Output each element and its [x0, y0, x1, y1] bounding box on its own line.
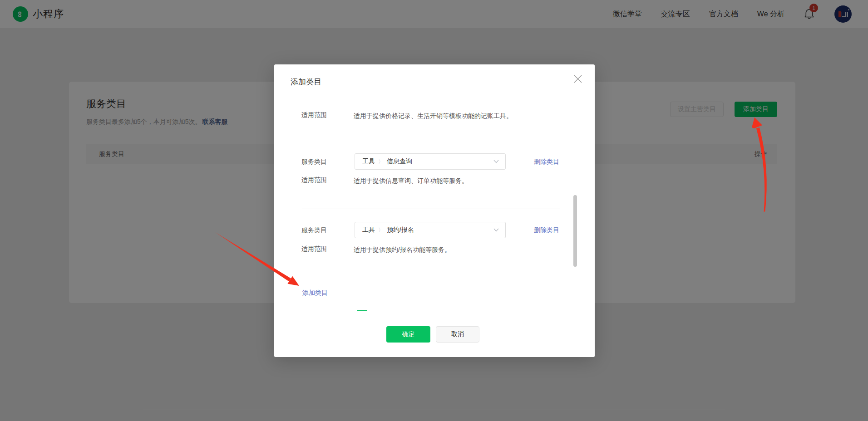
scope-label: 适用范围	[301, 245, 327, 253]
category-child: 信息查询	[387, 157, 412, 166]
add-category-link[interactable]: 添加类目	[302, 289, 328, 297]
divider	[302, 209, 560, 209]
scope-label: 适用范围	[301, 176, 327, 184]
divider	[302, 139, 560, 139]
scope-label: 适用范围	[301, 111, 327, 119]
chevron-down-icon	[493, 160, 499, 163]
category-child: 预约/报名	[387, 226, 414, 234]
chevron-down-icon	[493, 228, 499, 232]
scope-text: 适用于提供价格记录、生活开销等模板功能的记账工具。	[354, 111, 513, 120]
confirm-button[interactable]: 确定	[386, 326, 430, 343]
breadcrumb-separator: 〉	[378, 226, 384, 234]
delete-category-link[interactable]: 删除类目	[534, 226, 559, 235]
cancel-button[interactable]: 取消	[436, 326, 479, 343]
add-category-modal: 添加类目 适用范围 适用于提供价格记录、生活开销等模板功能的记账工具。 服务类目…	[274, 64, 595, 357]
screen: ∞ 小程序 微信学堂 交流专区 官方文档 We 分析 1	[0, 0, 868, 421]
green-dash	[357, 310, 367, 311]
scope-text: 适用于提供信息查询、订单功能等服务。	[354, 176, 468, 185]
category-select[interactable]: 工具 〉 预约/报名	[355, 222, 506, 238]
modal-scrollbar-thumb[interactable]	[573, 195, 577, 267]
category-parent: 工具	[362, 157, 375, 166]
category-parent: 工具	[362, 226, 375, 234]
close-icon	[572, 73, 583, 84]
category-label: 服务类目	[301, 226, 327, 235]
category-select[interactable]: 工具 〉 信息查询	[355, 153, 506, 170]
scope-text: 适用于提供预约/报名功能等服务。	[354, 245, 451, 254]
modal-close-button[interactable]	[572, 73, 584, 85]
category-select-value: 工具 〉 预约/报名	[362, 226, 493, 234]
category-select-value: 工具 〉 信息查询	[362, 157, 493, 166]
category-label: 服务类目	[301, 158, 327, 166]
breadcrumb-separator: 〉	[378, 158, 384, 166]
modal-title: 添加类目	[291, 77, 321, 87]
delete-category-link[interactable]: 删除类目	[534, 158, 559, 166]
